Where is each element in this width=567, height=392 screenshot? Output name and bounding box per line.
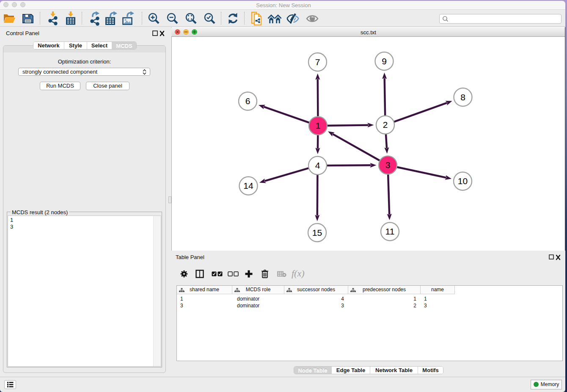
svg-text:10: 10 bbox=[458, 176, 468, 186]
svg-text:15: 15 bbox=[312, 228, 322, 237]
svg-text:2: 2 bbox=[383, 120, 388, 130]
svg-text:9: 9 bbox=[382, 56, 387, 66]
svg-text:1: 1 bbox=[316, 121, 321, 130]
svg-text:4: 4 bbox=[315, 160, 320, 170]
svg-text:7: 7 bbox=[315, 57, 320, 67]
svg-text:14: 14 bbox=[243, 181, 253, 190]
svg-text:6: 6 bbox=[245, 96, 250, 106]
svg-text:3: 3 bbox=[385, 160, 391, 170]
svg-text:8: 8 bbox=[460, 92, 465, 102]
svg-text:11: 11 bbox=[385, 226, 395, 236]
